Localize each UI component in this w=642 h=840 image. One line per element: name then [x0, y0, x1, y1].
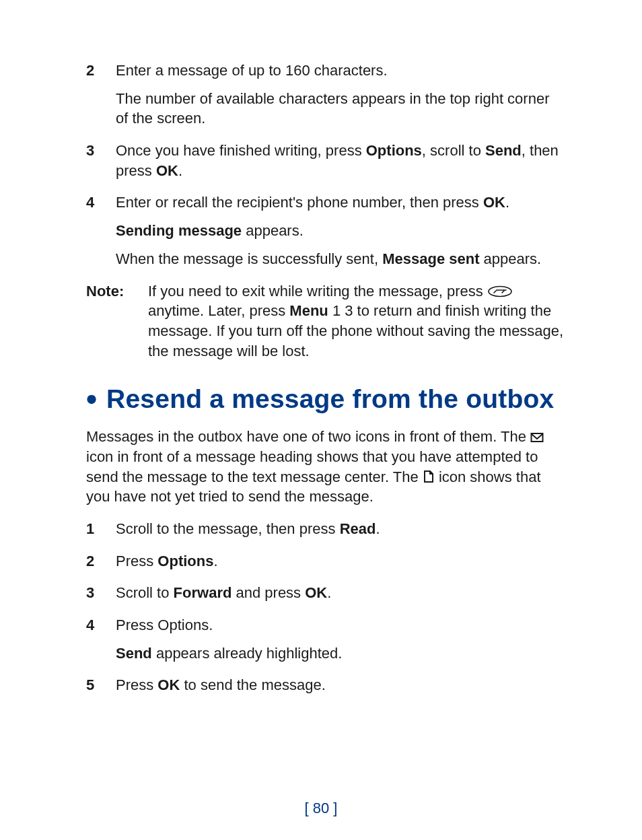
page-number: [ 80 ]: [0, 800, 642, 817]
list-item-body: Scroll to Forward and press OK.: [116, 583, 565, 603]
heading-text: Resend a message from the outbox: [106, 384, 554, 414]
list-item-paragraph: Send appears already highlighted.: [116, 643, 565, 664]
svg-point-0: [489, 286, 511, 296]
envelope-icon: [530, 428, 544, 445]
list-item-body: Enter a message of up to 160 characters.…: [116, 61, 565, 129]
list-item-number: 2: [86, 61, 116, 129]
list-item-number: 4: [86, 615, 116, 663]
document-icon: [423, 468, 435, 485]
bold-text: Forward: [174, 584, 232, 601]
page: 2Enter a message of up to 160 characters…: [0, 0, 642, 840]
list-item-body: Once you have finished writing, press Op…: [116, 141, 565, 180]
bold-text: Message sent: [382, 250, 479, 267]
list-item-paragraph: Scroll to Forward and press OK.: [116, 583, 565, 603]
bold-text: Options: [366, 142, 422, 159]
list-item-body: Press Options.Send appears already highl…: [116, 615, 565, 663]
list-item-paragraph: When the message is successfully sent, M…: [116, 249, 565, 269]
list-item-number: 2: [86, 551, 116, 571]
list-item-paragraph: Enter a message of up to 160 characters.: [116, 61, 565, 81]
list-item: 2Enter a message of up to 160 characters…: [86, 61, 565, 129]
list-item-number: 5: [86, 675, 116, 695]
list-item-paragraph: Scroll to the message, then press Read.: [116, 519, 565, 539]
list-item-paragraph: Sending message appears.: [116, 221, 565, 241]
bold-text: OK: [305, 584, 327, 601]
list-item-number: 3: [86, 583, 116, 603]
ordered-list-top: 2Enter a message of up to 160 characters…: [86, 61, 565, 269]
bold-text: OK: [156, 162, 178, 179]
list-item-number: 4: [86, 193, 116, 269]
list-item-body: Scroll to the message, then press Read.: [116, 519, 565, 539]
list-item-paragraph: The number of available characters appea…: [116, 89, 565, 129]
bold-text: Options: [157, 553, 213, 569]
list-item-body: Enter or recall the recipient's phone nu…: [116, 193, 565, 269]
list-item: 2Press Options.: [86, 551, 565, 571]
list-item-paragraph: Once you have finished writing, press Op…: [116, 141, 565, 180]
list-item: 3Scroll to Forward and press OK.: [86, 583, 565, 603]
list-item: 4Enter or recall the recipient's phone n…: [86, 193, 565, 269]
bold-text: Read: [340, 520, 376, 537]
list-item-number: 1: [86, 519, 116, 539]
list-item: 1Scroll to the message, then press Read.: [86, 519, 565, 539]
list-item: 4Press Options.Send appears already high…: [86, 615, 565, 663]
intro-paragraph: Messages in the outbox have one of two i…: [86, 427, 565, 507]
note-label: Note:: [86, 281, 148, 361]
bold-text: Menu: [289, 302, 328, 319]
list-item-paragraph: Press Options.: [116, 615, 565, 635]
ordered-list-bottom: 1Scroll to the message, then press Read.…: [86, 519, 565, 695]
note-block: Note: If you need to exit while writing …: [86, 281, 565, 361]
end-key-icon: [487, 283, 513, 300]
bold-text: OK: [483, 194, 505, 211]
list-item-body: Press OK to send the message.: [116, 675, 565, 695]
list-item: 5Press OK to send the message.: [86, 675, 565, 695]
list-item-number: 3: [86, 141, 116, 180]
list-item-body: Press Options.: [116, 551, 565, 571]
bold-text: Send: [116, 645, 152, 662]
bold-text: Send: [485, 142, 522, 159]
list-item: 3Once you have finished writing, press O…: [86, 141, 565, 180]
bold-text: Sending message: [116, 222, 242, 239]
list-item-paragraph: Enter or recall the recipient's phone nu…: [116, 193, 565, 213]
bullet-icon: •: [86, 384, 97, 415]
list-item-paragraph: Press Options.: [116, 551, 565, 571]
list-item-paragraph: Press OK to send the message.: [116, 675, 565, 695]
bold-text: OK: [157, 676, 180, 693]
section-heading: • Resend a message from the outbox: [86, 384, 565, 415]
note-body: If you need to exit while writing the me…: [148, 281, 565, 361]
